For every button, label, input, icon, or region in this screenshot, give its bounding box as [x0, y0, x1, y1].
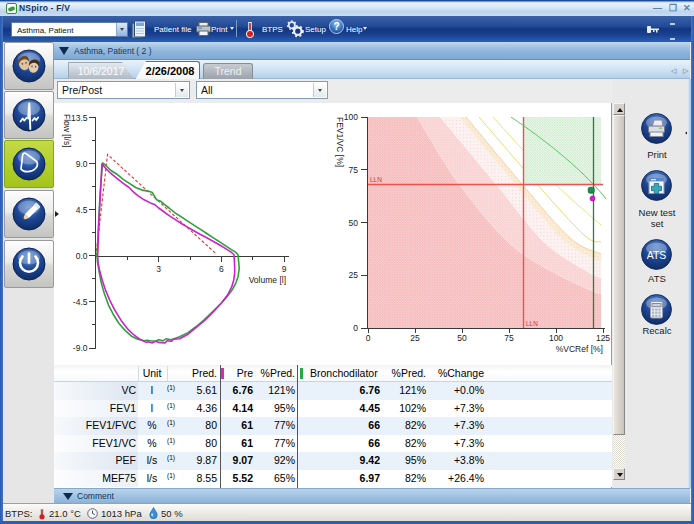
- svg-text:100: 100: [549, 333, 563, 343]
- svg-text:25: 25: [349, 270, 359, 280]
- svg-text:9: 9: [282, 264, 287, 274]
- svg-text:50: 50: [457, 333, 467, 343]
- svg-text:-4.5: -4.5: [73, 297, 88, 307]
- svg-text:0.0: 0.0: [76, 251, 88, 261]
- svg-text:%VCRef [%]: %VCRef [%]: [556, 344, 603, 354]
- svg-text:LLN: LLN: [526, 320, 538, 327]
- svg-text:FEV1/VC [%]: FEV1/VC [%]: [335, 117, 345, 167]
- svg-text:125: 125: [596, 333, 610, 343]
- svg-text:25: 25: [410, 333, 420, 343]
- svg-text:-9.0: -9.0: [73, 343, 88, 353]
- svg-text:0: 0: [353, 323, 358, 333]
- svg-text:Flow [l/s]: Flow [l/s]: [62, 114, 72, 148]
- svg-text:3: 3: [156, 264, 161, 274]
- svg-text:LLN: LLN: [370, 176, 382, 183]
- svg-text:75: 75: [349, 165, 359, 175]
- svg-text:Volume [l]: Volume [l]: [249, 275, 286, 285]
- svg-text:6: 6: [219, 264, 224, 274]
- svg-text:13.5: 13.5: [71, 113, 88, 123]
- svg-text:ATS: ATS: [647, 249, 667, 261]
- svg-text:4.5: 4.5: [76, 205, 88, 215]
- svg-text:50: 50: [349, 218, 359, 228]
- svg-text:?: ?: [333, 21, 339, 32]
- svg-text:0: 0: [366, 333, 371, 343]
- svg-text:75: 75: [504, 333, 514, 343]
- svg-text:9.0: 9.0: [76, 159, 88, 169]
